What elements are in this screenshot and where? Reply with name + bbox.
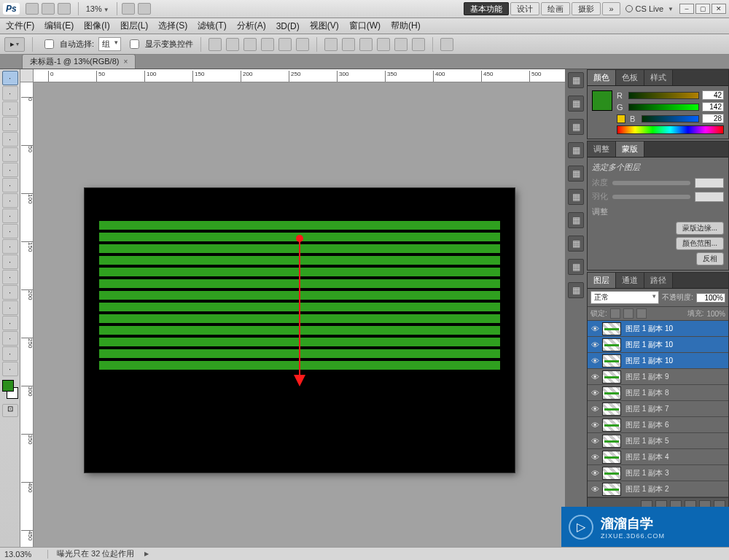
g-value[interactable]: 142 <box>702 102 724 112</box>
show-transform-checkbox[interactable] <box>130 39 139 49</box>
mask-button[interactable]: 颜色范围... <box>676 237 724 250</box>
menu-item[interactable]: 帮助(H) <box>391 20 421 32</box>
auto-select-checkbox[interactable] <box>44 39 54 49</box>
arrange-icon[interactable] <box>440 38 453 51</box>
layer-thumbnail[interactable] <box>602 419 621 432</box>
menu-item[interactable]: 文件(F) <box>6 20 34 32</box>
window-max-button[interactable]: ▢ <box>695 4 710 14</box>
window-close-button[interactable]: ✕ <box>712 4 726 14</box>
layer-row[interactable]: 👁图层 1 副本 5 <box>588 433 728 449</box>
tool-move[interactable]: · <box>2 71 18 85</box>
arrange-icon[interactable] <box>122 3 135 15</box>
layer-visibility-icon[interactable]: 👁 <box>588 437 602 446</box>
layer-name[interactable]: 图层 1 副本 2 <box>625 484 728 494</box>
menu-item[interactable]: 3D(D) <box>276 21 300 31</box>
layer-row[interactable]: 👁图层 1 副本 10 <box>588 337 728 353</box>
lock-all-icon[interactable] <box>636 308 647 319</box>
tool-heal[interactable]: · <box>2 163 18 177</box>
b-slider[interactable] <box>642 115 699 122</box>
r-value[interactable]: 42 <box>702 90 724 100</box>
workspace-button[interactable]: 绘画 <box>541 2 570 15</box>
g-slider[interactable] <box>628 104 699 111</box>
tool-stamp[interactable]: · <box>2 193 18 208</box>
layer-thumbnail[interactable] <box>602 402 621 416</box>
canvas-viewport[interactable] <box>34 82 565 547</box>
foreground-color-chip[interactable] <box>592 90 612 111</box>
layer-row[interactable]: 👁图层 1 副本 9 <box>588 369 728 385</box>
panel-tab[interactable]: 样式 <box>644 70 673 85</box>
menu-item[interactable]: 视图(V) <box>310 20 339 32</box>
dock-char-icon[interactable]: ▦ <box>568 166 584 182</box>
distribute-icon[interactable] <box>342 38 355 51</box>
layer-name[interactable]: 图层 1 副本 6 <box>625 420 728 430</box>
lock-pixels-icon[interactable] <box>610 308 620 319</box>
ruler-origin[interactable] <box>20 69 34 82</box>
layer-name[interactable]: 图层 1 副本 5 <box>625 436 728 446</box>
b-value[interactable]: 28 <box>702 114 724 123</box>
layer-name[interactable]: 图层 1 副本 4 <box>625 452 728 462</box>
layer-visibility-icon[interactable]: 👁 <box>588 373 602 381</box>
align-icon[interactable] <box>226 38 239 51</box>
layer-row[interactable]: 👁图层 1 副本 7 <box>588 401 728 417</box>
dock-A|-icon[interactable]: ▦ <box>568 282 584 298</box>
panel-tab[interactable]: 颜色 <box>588 70 616 85</box>
tool-lasso[interactable]: · <box>2 101 18 116</box>
current-tool-indicator[interactable]: ▸▾ <box>4 37 25 52</box>
ruler-horizontal[interactable]: 050100150200250300350400450500 <box>34 69 565 82</box>
auto-select-combo[interactable]: 组 <box>98 37 121 51</box>
dock-tool-icon[interactable]: ▦ <box>568 236 584 252</box>
tool-zoom[interactable]: · <box>2 362 18 376</box>
adj-field[interactable] <box>695 178 724 188</box>
align-icon[interactable] <box>261 38 274 51</box>
opacity-field[interactable]: 100% <box>696 293 725 303</box>
layer-name[interactable]: 图层 1 副本 3 <box>625 468 728 478</box>
panel-tab[interactable]: 路径 <box>644 273 673 288</box>
dock-brush-icon[interactable]: ▦ <box>568 119 584 135</box>
menu-item[interactable]: 窗口(W) <box>349 20 381 32</box>
layer-visibility-icon[interactable]: 👁 <box>588 324 602 333</box>
distribute-icon[interactable] <box>394 38 408 51</box>
layer-visibility-icon[interactable]: 👁 <box>588 357 602 365</box>
layer-thumbnail[interactable] <box>602 435 621 448</box>
tool-crop[interactable]: · <box>2 132 18 147</box>
tool-rect[interactable]: · <box>2 331 18 346</box>
blend-mode-combo[interactable]: 正常 <box>590 291 659 304</box>
tool-dodge[interactable]: · <box>2 270 18 284</box>
fill-field[interactable]: 100% <box>706 310 725 318</box>
cslive-button[interactable]: CS Live▼ <box>625 4 674 13</box>
tool-marquee[interactable]: · <box>2 86 18 101</box>
align-icon[interactable] <box>243 38 257 51</box>
workspace-button[interactable]: » <box>602 2 620 15</box>
panel-tab[interactable]: 调整 <box>588 141 616 157</box>
layer-row[interactable]: 👁图层 1 副本 8 <box>588 385 728 401</box>
dock-3d-icon[interactable]: ▦ <box>568 259 584 275</box>
bridge-icon[interactable] <box>26 3 39 15</box>
tool-hand[interactable]: · <box>2 346 18 361</box>
dock-adjust-icon[interactable]: ▦ <box>568 142 584 158</box>
tool-path[interactable]: · <box>2 316 18 330</box>
layer-name[interactable]: 图层 1 副本 10 <box>625 340 728 350</box>
workspace-button[interactable]: 设计 <box>510 2 539 15</box>
layer-name[interactable]: 图层 1 副本 9 <box>625 372 728 382</box>
ruler-vertical[interactable]: 050100150200250300350400450 <box>20 82 34 547</box>
adj-field[interactable] <box>695 192 724 202</box>
layer-name[interactable]: 图层 1 副本 10 <box>625 356 728 366</box>
document-tab[interactable]: 未标题-1 @ 13%(RGB/8) × <box>22 54 136 69</box>
mask-button[interactable]: 反相 <box>696 252 724 265</box>
zoom-combo[interactable]: 13%▼ <box>83 4 112 13</box>
layer-thumbnail[interactable] <box>602 370 621 384</box>
layer-row[interactable]: 👁图层 1 副本 3 <box>588 465 728 481</box>
mask-button[interactable]: 蒙版边缘... <box>676 222 724 235</box>
workspace-button[interactable]: 基本功能 <box>464 2 509 15</box>
tool-type[interactable]: · <box>2 300 18 315</box>
layer-thumbnail[interactable] <box>602 467 621 480</box>
layer-thumbnail[interactable] <box>602 322 621 335</box>
menu-item[interactable]: 分析(A) <box>237 20 266 32</box>
minibridge-icon[interactable] <box>42 3 55 15</box>
layer-visibility-icon[interactable]: 👁 <box>588 453 602 462</box>
adj-slider[interactable] <box>612 195 690 199</box>
r-slider[interactable] <box>628 92 699 99</box>
viewextras-icon[interactable] <box>58 3 71 15</box>
align-icon[interactable] <box>296 38 309 51</box>
layer-row[interactable]: 👁图层 1 副本 4 <box>588 449 728 465</box>
